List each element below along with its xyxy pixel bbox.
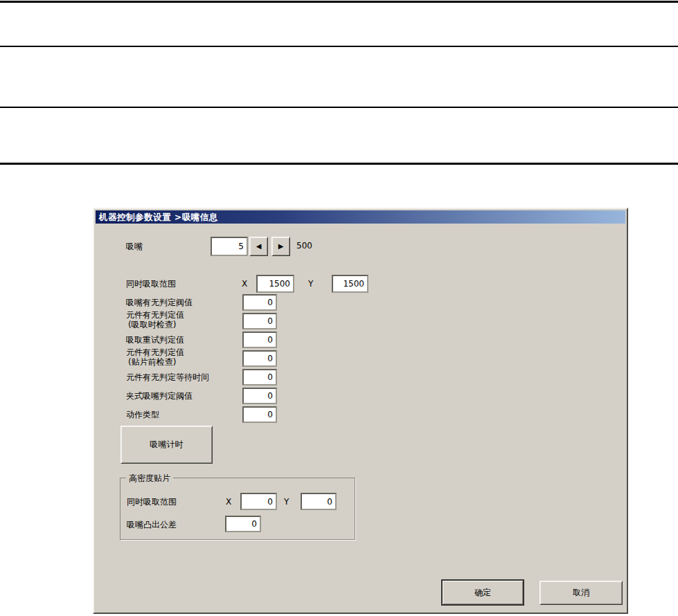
- nozzle-number-field[interactable]: 5: [211, 237, 248, 256]
- horizontal-rule: [0, 46, 678, 47]
- param-field[interactable]: 0: [242, 332, 277, 348]
- nozzle-timing-button[interactable]: 吸嘴计时: [121, 426, 213, 464]
- nozzle-max-label: 500: [296, 241, 312, 251]
- nozzle-next-button[interactable]: ▶: [271, 237, 290, 256]
- group-range-x-field[interactable]: 0: [240, 493, 277, 510]
- param-label: 元件有无判定值(吸取时检查): [126, 310, 184, 329]
- param-label: 元件有无判定等待时间: [126, 372, 209, 382]
- horizontal-rule: [0, 107, 678, 108]
- group-range-y-label: Y: [284, 497, 289, 507]
- param-label: 夹式吸嘴判定阈值: [126, 391, 193, 401]
- high-density-group: 高密度贴片 同时吸取范围 X 0 Y 0 吸嘴凸出公差 0: [120, 478, 355, 540]
- param-label: 动作类型: [126, 410, 159, 419]
- horizontal-rule: [0, 163, 678, 165]
- group-range-label: 同时吸取范围: [127, 497, 177, 507]
- arrow-right-icon: ▶: [278, 243, 284, 250]
- pickup-range-x-label: X: [242, 279, 247, 289]
- param-field[interactable]: 0: [242, 406, 277, 423]
- param-field[interactable]: 0: [242, 350, 277, 367]
- pickup-range-y-label: Y: [308, 279, 313, 289]
- param-field[interactable]: 0: [242, 369, 277, 386]
- document-page: 机器控制参数设置 >吸嘴信息 吸嘴 5 ◀ ▶ 500 同时吸取范围 X 150…: [0, 0, 678, 616]
- param-label: 吸嘴有无判定阀值: [126, 298, 193, 307]
- group-range-x-label: X: [226, 497, 231, 507]
- pickup-range-label: 同时吸取范围: [126, 279, 176, 289]
- nozzle-info-dialog: 机器控制参数设置 >吸嘴信息 吸嘴 5 ◀ ▶ 500 同时吸取范围 X 150…: [93, 208, 628, 614]
- ok-button[interactable]: 确定: [441, 579, 524, 606]
- param-label: 元件有无判定值(贴片前检查): [126, 347, 184, 367]
- tolerance-field[interactable]: 0: [225, 516, 261, 532]
- param-field[interactable]: 0: [242, 388, 277, 404]
- param-field[interactable]: 0: [242, 313, 277, 329]
- cancel-button[interactable]: 取消: [539, 581, 623, 605]
- pickup-range-x-field[interactable]: 1500: [256, 275, 294, 293]
- nozzle-prev-button[interactable]: ◀: [249, 237, 268, 256]
- pickup-range-y-field[interactable]: 1500: [332, 275, 368, 293]
- group-title: 高密度贴片: [126, 473, 173, 484]
- tolerance-label: 吸嘴凸出公差: [127, 520, 177, 529]
- param-field[interactable]: 0: [242, 294, 277, 311]
- horizontal-rule: [0, 1, 678, 3]
- arrow-left-icon: ◀: [256, 243, 262, 250]
- param-label: 吸取重试判定值: [126, 335, 184, 345]
- nozzle-label: 吸嘴: [126, 242, 143, 251]
- dialog-titlebar[interactable]: 机器控制参数设置 >吸嘴信息: [96, 210, 625, 224]
- group-range-y-field[interactable]: 0: [301, 493, 337, 510]
